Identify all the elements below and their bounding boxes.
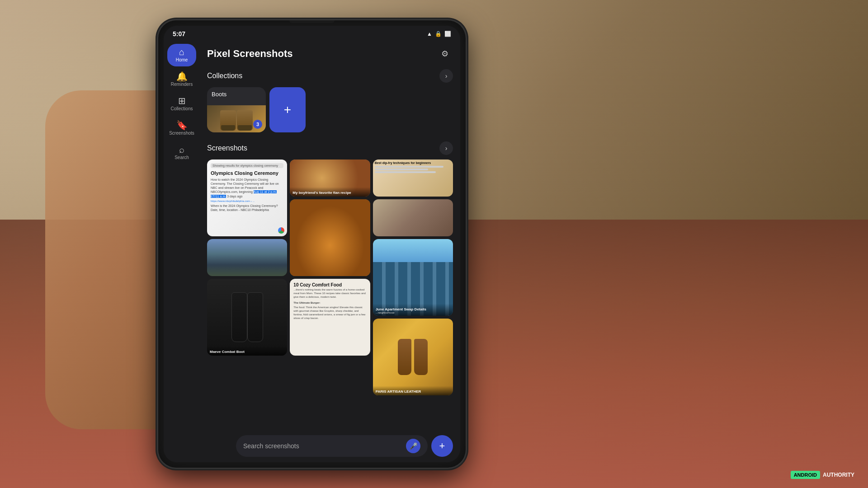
building-sub: ...neighborhood <box>376 311 450 314</box>
olympics-link-text: When is the 2024 Olympics Closing Ceremo… <box>211 204 283 212</box>
search-icon: ⌕ <box>179 145 184 154</box>
watermark-authority: AUTHORITY <box>823 472 854 478</box>
phone-frame: 5:07 ▲ 🔒 ⬜ ⌂ Home 🔔 Reminders ⊞ <box>158 20 466 468</box>
battery-icon: ⬜ <box>444 31 451 37</box>
collections-chevron-button[interactable]: › <box>439 69 453 83</box>
screenshot-boots2[interactable]: Maeve Combat Boot <box>207 279 287 356</box>
collection-count-badge: 3 <box>253 120 262 129</box>
screenshot-cowboy-boots[interactable]: PARIS ARTISAN LEATHER <box>373 319 453 395</box>
sidebar-home-label: Home <box>176 57 188 63</box>
bookmark-icon: 🔖 <box>176 121 188 130</box>
mountain-content <box>207 239 287 276</box>
search-pill[interactable]: Search screenshots 🎤 <box>236 435 428 457</box>
mic-button[interactable]: 🎤 <box>406 439 420 453</box>
bell-icon: 🔔 <box>176 72 188 81</box>
sidebar-collections-label: Collections <box>171 106 193 112</box>
olympics-content: Showing results for olympics closing cer… <box>207 160 287 236</box>
cowboy-boot-2 <box>414 339 428 375</box>
sidebar-item-collections[interactable]: ⊞ Collections <box>167 93 196 115</box>
burger-content <box>290 199 370 276</box>
food1-title: My boyfriend's favorite flan recipe <box>292 191 367 195</box>
collections-section-header: Collections › <box>207 69 453 83</box>
boot-image-1 <box>220 110 236 131</box>
bottom-search-bar: Search screenshots 🎤 + <box>236 435 453 457</box>
olympics-search-bar: Showing results for olympics closing cer… <box>211 163 283 168</box>
building-content: June Apartment Swap Details ...neighborh… <box>373 239 453 316</box>
screenshot-girl[interactable] <box>373 199 453 236</box>
wifi-icon: ▲ <box>427 31 432 37</box>
cf-burger-text: The food: Think the American singles! El… <box>293 306 366 320</box>
collections-row: Boots 3 + <box>207 87 453 132</box>
cowboy-overlay: PARIS ARTISAN LEATHER <box>373 386 453 395</box>
olympics-subtext: How to watch the 2024 Olympics Closing C… <box>211 178 283 198</box>
food2-line3 <box>375 171 436 173</box>
boots2-overlay: Maeve Combat Boot <box>207 346 287 356</box>
sidebar-item-search[interactable]: ⌕ Search <box>167 141 196 164</box>
settings-button[interactable]: ⚙ <box>437 46 453 62</box>
sidebar: ⌂ Home 🔔 Reminders ⊞ Collections 🔖 Scree… <box>164 40 200 462</box>
collections-icon: ⊞ <box>178 96 186 105</box>
food2-content: Best dip-fry techniques for beginners <box>373 160 453 197</box>
watermark: ANDROID AUTHORITY <box>791 471 854 479</box>
collections-title: Collections <box>207 72 242 80</box>
app-content: ⌂ Home 🔔 Reminders ⊞ Collections 🔖 Scree… <box>164 40 460 462</box>
home-icon: ⌂ <box>179 47 184 56</box>
screenshot-olympics[interactable]: Showing results for olympics closing cer… <box>207 160 287 236</box>
cf-title: 10 Cozy Comfort Food <box>293 282 366 287</box>
cowboy-boot-1 <box>398 339 411 375</box>
status-icons: ▲ 🔒 ⬜ <box>427 31 451 37</box>
collection-boots-label: Boots <box>212 91 226 98</box>
screenshot-comfort-food[interactable]: 10 Cozy Comfort Food ...there's nothing … <box>290 279 370 356</box>
search-placeholder: Search screenshots <box>243 442 402 450</box>
status-time: 5:07 <box>173 30 185 38</box>
comfort-food-content: 10 Cozy Comfort Food ...there's nothing … <box>290 279 370 356</box>
sidebar-reminders-label: Reminders <box>171 82 193 87</box>
add-collection-button[interactable]: + <box>269 87 306 132</box>
boots2-title: Maeve Combat Boot <box>210 350 284 354</box>
phone-notch <box>289 20 335 23</box>
cowboy-boots-content: PARIS ARTISAN LEATHER <box>373 319 453 395</box>
olympics-link: https://www.nbcphiladelphia.com › ... <box>211 200 283 202</box>
screenshots-chevron-button[interactable]: › <box>439 141 453 155</box>
cf-text: ...there's nothing beats the warm fuzzie… <box>293 288 366 299</box>
olympics-headline: Olympics Closing Ceremony <box>211 170 283 176</box>
lock-icon: 🔒 <box>435 31 442 37</box>
black-boot-1 <box>231 292 247 342</box>
add-screenshot-button[interactable]: + <box>431 435 453 457</box>
app-header: Pixel Screenshots ⚙ <box>207 46 453 62</box>
sidebar-screenshots-label: Screenshots <box>169 131 194 136</box>
food2-line2 <box>375 169 429 170</box>
sidebar-item-reminders[interactable]: 🔔 Reminders <box>167 68 196 91</box>
status-bar: 5:07 ▲ 🔒 ⬜ <box>164 26 460 40</box>
screenshot-building[interactable]: June Apartment Swap Details ...neighborh… <box>373 239 453 316</box>
screenshot-burger[interactable] <box>290 199 370 276</box>
collection-card-boots[interactable]: Boots 3 <box>207 87 266 132</box>
building-overlay: June Apartment Swap Details ...neighborh… <box>373 304 453 316</box>
page-title: Pixel Screenshots <box>207 48 293 60</box>
boots2-content: Maeve Combat Boot <box>207 279 287 356</box>
cowboy-title: PARIS ARTISAN LEATHER <box>376 389 450 394</box>
boot-image-2 <box>237 110 253 131</box>
food1-overlay: My boyfriend's favorite flan recipe <box>290 187 370 197</box>
cf-subtext: The Ultimate Burger: <box>293 301 366 305</box>
plus-icon: + <box>284 103 291 117</box>
screenshot-food1[interactable]: My boyfriend's favorite flan recipe <box>290 160 370 197</box>
screenshot-food2[interactable]: Best dip-fry techniques for beginners <box>373 160 453 197</box>
sidebar-item-home[interactable]: ⌂ Home <box>167 44 196 66</box>
food1-content: My boyfriend's favorite flan recipe <box>290 160 370 197</box>
building-title: June Apartment Swap Details <box>376 307 450 311</box>
screenshots-title: Screenshots <box>207 144 247 152</box>
screenshot-mountain[interactable] <box>207 239 287 276</box>
screenshots-section-header: Screenshots › <box>207 141 453 155</box>
sidebar-search-label: Search <box>175 155 189 160</box>
screenshots-grid: Showing results for olympics closing cer… <box>207 160 453 395</box>
food2-line1 <box>375 166 443 168</box>
main-area[interactable]: Pixel Screenshots ⚙ Collections › Boots <box>200 40 460 462</box>
girl-content <box>373 199 453 236</box>
sidebar-item-screenshots[interactable]: 🔖 Screenshots <box>167 117 196 140</box>
black-boot-2 <box>247 292 263 342</box>
food2-title: Best dip-fry techniques for beginners <box>375 161 451 164</box>
watermark-android: ANDROID <box>791 471 820 479</box>
phone-screen: 5:07 ▲ 🔒 ⬜ ⌂ Home 🔔 Reminders ⊞ <box>164 26 460 462</box>
